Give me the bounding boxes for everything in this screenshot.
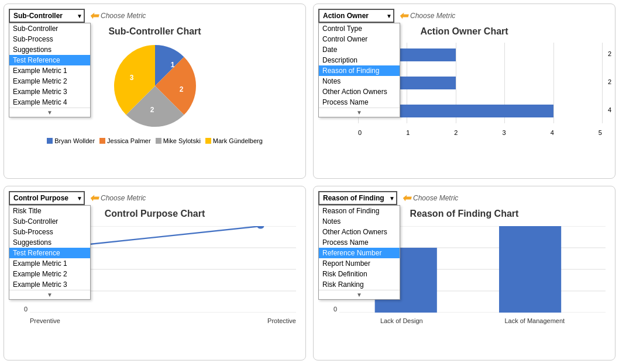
rf-item-5[interactable]: Reference Number (319, 248, 400, 258)
control-purpose-choose-label: Choose Metric (101, 194, 146, 202)
subcontroller-item-3[interactable]: Suggestions (9, 44, 90, 55)
ao-item-3[interactable]: Date (319, 44, 400, 55)
legend-dot-mark (205, 138, 211, 144)
action-owner-dropdown-wrapper[interactable]: Action Owner ▼ Control Type Control Owne… (318, 9, 394, 23)
legend-dot-mike (156, 138, 161, 144)
ao-item-5[interactable]: Reason of Finding (319, 65, 400, 76)
ao-item-4[interactable]: Description (319, 55, 400, 65)
subcontroller-item-4[interactable]: Test Reference (9, 55, 90, 65)
reason-finding-dropdown-wrapper[interactable]: Reason of Finding ▼ Reason of Finding No… (318, 191, 397, 205)
legend-label-jessica: Jessica Palmer (107, 137, 151, 144)
ao-bar-val-3: 4 (608, 106, 611, 113)
cp-y-0: 0 (24, 306, 27, 313)
rf-x-lack-design: Lack of Design (380, 317, 423, 324)
legend-label-bryan: Bryan Wollder (54, 137, 95, 144)
action-owner-panel: Action Owner ▼ Control Type Control Owne… (313, 4, 615, 179)
subcontroller-item-2[interactable]: Sub-Process (9, 34, 90, 44)
subcontroller-select[interactable]: Sub-Controller (9, 9, 85, 23)
cp-scroll-down[interactable]: ▼ (9, 290, 90, 299)
subcontroller-header: Sub-Controller ▼ Sub-Controller Sub-Proc… (9, 9, 301, 23)
rf-scroll-down[interactable]: ▼ (319, 290, 400, 299)
svg-text:1: 1 (170, 61, 174, 69)
cp-item-1[interactable]: Risk Title (9, 206, 90, 216)
ao-item-6[interactable]: Notes (319, 76, 400, 86)
rf-item-1[interactable]: Reason of Finding (319, 206, 400, 216)
subcontroller-dropdown-list[interactable]: Sub-Controller Sub-Process Suggestions T… (9, 23, 91, 117)
control-purpose-select[interactable]: Control Purpose (9, 191, 85, 205)
ao-item-2[interactable]: Control Owner (319, 34, 400, 44)
rf-item-6[interactable]: Report Number (319, 258, 400, 269)
ao-item-8[interactable]: Process Name (319, 97, 400, 108)
ao-x-0: 0 (358, 129, 362, 136)
action-owner-select[interactable]: Action Owner (318, 9, 394, 23)
pie-legend: Bryan Wollder Jessica Palmer Mike Sylots… (47, 137, 263, 144)
subcontroller-choose-label: Choose Metric (101, 12, 146, 20)
ao-scroll-down[interactable]: ▼ (319, 108, 400, 117)
rf-y-0: 0 (333, 306, 337, 313)
legend-mike: Mike Sylotski (156, 137, 201, 144)
cp-x-protective: Protective (267, 317, 296, 324)
ao-x-axis: 0 1 2 3 4 5 (358, 129, 602, 136)
subcontroller-item-7[interactable]: Example Metric 3 (9, 86, 90, 97)
subcontroller-item-6[interactable]: Example Metric 2 (9, 76, 90, 86)
action-owner-choose-label: Choose Metric (410, 12, 455, 20)
cp-item-3[interactable]: Sub-Process (9, 227, 90, 237)
reason-finding-select[interactable]: Reason of Finding (318, 191, 397, 205)
legend-label-mark: Mark Gündelberg (213, 137, 263, 144)
control-purpose-header: Control Purpose ▼ Risk Title Sub-Control… (9, 191, 301, 205)
rf-item-4[interactable]: Process Name (319, 237, 400, 248)
subcontroller-panel: Sub-Controller ▼ Sub-Controller Sub-Proc… (4, 4, 306, 179)
rf-item-2[interactable]: Notes (319, 216, 400, 227)
cp-item-4[interactable]: Suggestions (9, 237, 90, 248)
rf-item-8[interactable]: Risk Ranking (319, 279, 400, 290)
subcontroller-dropdown-wrapper[interactable]: Sub-Controller ▼ Sub-Controller Sub-Proc… (9, 9, 85, 23)
svg-point-11 (257, 226, 264, 229)
pie-chart: 1 2 2 3 (102, 39, 208, 133)
svg-rect-18 (499, 226, 561, 313)
legend-bryan: Bryan Wollder (47, 137, 95, 144)
svg-text:2: 2 (150, 106, 154, 114)
action-owner-dropdown-list[interactable]: Control Type Control Owner Date Descript… (318, 23, 400, 117)
ao-item-1[interactable]: Control Type (319, 23, 400, 34)
svg-text:2: 2 (179, 85, 183, 93)
control-purpose-arrow-icon: ⬅ (90, 192, 98, 204)
reason-finding-choose-metric: ⬅ Choose Metric (402, 192, 458, 204)
cp-item-6[interactable]: Example Metric 1 (9, 258, 90, 269)
cp-item-7[interactable]: Example Metric 2 (9, 269, 90, 279)
cp-item-5[interactable]: Test Reference (9, 248, 90, 258)
ao-bar-val-1: 2 (608, 50, 611, 57)
reason-finding-panel: Reason of Finding ▼ Reason of Finding No… (313, 186, 615, 361)
legend-dot-bryan (47, 138, 53, 144)
rf-x-lack-mgmt: Lack of Management (504, 317, 565, 324)
subcontroller-item-8[interactable]: Example Metric 4 (9, 97, 90, 108)
legend-label-mike: Mike Sylotski (163, 137, 201, 144)
cp-item-8[interactable]: Example Metric 3 (9, 279, 90, 290)
ao-item-7[interactable]: Other Action Owners (319, 86, 400, 97)
control-purpose-dropdown-wrapper[interactable]: Control Purpose ▼ Risk Title Sub-Control… (9, 191, 85, 205)
legend-mark: Mark Gündelberg (205, 137, 263, 144)
control-purpose-choose-metric: ⬅ Choose Metric (90, 192, 146, 204)
cp-x-axis: Preventive Protective (30, 317, 296, 324)
ao-x-2: 2 (454, 129, 458, 136)
subcontroller-item-1[interactable]: Sub-Controller (9, 23, 90, 34)
reason-finding-dropdown-list[interactable]: Reason of Finding Notes Other Action Own… (318, 205, 400, 300)
rf-item-7[interactable]: Risk Definition (319, 269, 400, 279)
action-owner-header: Action Owner ▼ Control Type Control Owne… (318, 9, 610, 23)
ao-bar-val-2: 2 (608, 78, 611, 85)
subcontroller-arrow-icon: ⬅ (90, 9, 98, 22)
cp-x-preventive: Preventive (30, 317, 60, 324)
ao-x-1: 1 (406, 129, 410, 136)
legend-dot-jessica (99, 138, 105, 144)
ao-x-5: 5 (599, 129, 602, 136)
svg-text:3: 3 (129, 74, 133, 82)
legend-jessica: Jessica Palmer (99, 137, 151, 144)
rf-x-axis: Lack of Design Lack of Management (339, 317, 606, 324)
action-owner-arrow-icon: ⬅ (399, 9, 408, 22)
subcontroller-item-5[interactable]: Example Metric 1 (9, 65, 90, 76)
control-purpose-dropdown-list[interactable]: Risk Title Sub-Controller Sub-Process Su… (9, 205, 91, 300)
subcontroller-scroll-down[interactable]: ▼ (9, 108, 90, 117)
cp-item-2[interactable]: Sub-Controller (9, 216, 90, 227)
subcontroller-choose-metric: ⬅ Choose Metric (90, 9, 146, 22)
ao-x-4: 4 (551, 129, 554, 136)
rf-item-3[interactable]: Other Action Owners (319, 227, 400, 237)
